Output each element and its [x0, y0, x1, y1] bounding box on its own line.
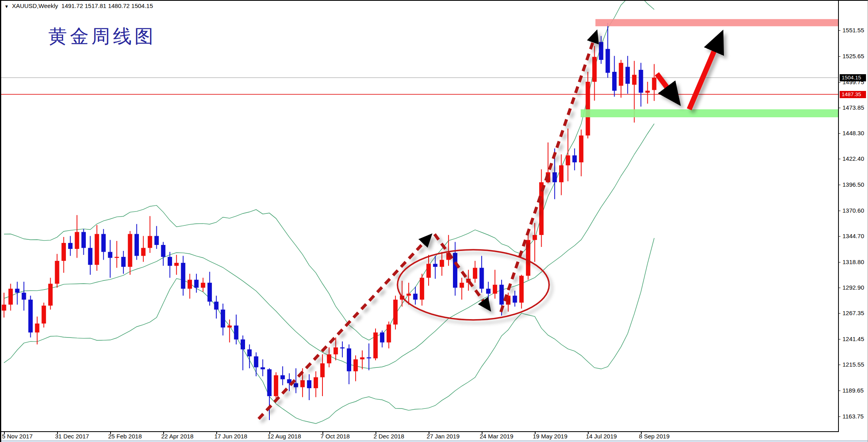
ohlc-high: 1517.81: [85, 2, 106, 9]
candle-bull: [566, 156, 570, 166]
candle-bear: [168, 257, 172, 266]
candle-bear: [552, 172, 557, 182]
trend-arrow-up-2[interactable]: [501, 41, 593, 312]
price-axis-label: 1551.55: [842, 27, 864, 34]
candle-bear: [612, 72, 617, 91]
candle-bull: [619, 63, 623, 86]
price-axis-label: 1267.35: [842, 310, 864, 316]
price-axis-label: 1241.45: [842, 335, 864, 342]
trend-arrow-up-1[interactable]: [259, 242, 424, 419]
time-axis-label: 22 Apr 2018: [161, 433, 194, 440]
candle-bull: [632, 75, 637, 85]
candle-bear: [68, 243, 73, 249]
price-tick: [838, 185, 840, 185]
candle-bear: [625, 67, 630, 84]
price-tick: [838, 30, 840, 31]
price-tick: [838, 339, 840, 339]
price-axis-label: 1292.90: [842, 284, 864, 291]
candle-bear: [161, 245, 166, 257]
candle-bull: [652, 78, 656, 90]
candle-bull: [115, 257, 119, 258]
candle-bull: [128, 234, 132, 267]
candle-bull: [35, 324, 40, 332]
candle-bear: [605, 49, 610, 73]
price-tick: [838, 391, 840, 391]
candle-bull: [55, 261, 59, 284]
chart-plot-area[interactable]: [1, 1, 838, 432]
candle-bear: [347, 348, 351, 371]
price-axis-line[interactable]: [838, 1, 839, 432]
candle-bull: [42, 306, 46, 324]
candle-bear: [194, 280, 199, 288]
impulse-arrow-down[interactable]: [657, 74, 668, 89]
candle-bear: [15, 289, 20, 293]
candle-bull: [493, 285, 497, 294]
candle-bull: [407, 294, 411, 296]
price-axis-label: 1189.65: [842, 387, 864, 394]
candle-bear: [81, 232, 86, 248]
candle-bull: [460, 283, 464, 288]
candle-bear: [499, 285, 504, 305]
candle-bear: [513, 296, 517, 302]
candle-bear: [572, 156, 577, 162]
price-tick: [838, 416, 840, 417]
candle-bear: [247, 349, 252, 356]
price-axis-label: 1163.75: [842, 413, 864, 420]
candle-bear: [134, 234, 139, 256]
bottom-scroll-strip[interactable]: [1, 440, 868, 442]
chart-header: ▼XAUUSD,Weekly 1491.72 1517.81 1480.72 1…: [4, 2, 153, 9]
price-axis-label: 1422.40: [842, 155, 864, 162]
impulse-arrow-up[interactable]: [689, 49, 715, 109]
candle-bear: [267, 369, 272, 396]
price-lines: [1, 78, 838, 95]
time-axis-label: 8 Sep 2019: [639, 433, 670, 440]
candle-bear: [599, 42, 603, 60]
candle-bull: [526, 240, 530, 276]
candle-bull: [174, 263, 179, 266]
candle-bear: [413, 294, 417, 300]
time-axis-label: 17 Jun 2018: [214, 433, 247, 440]
candle-bear: [433, 264, 437, 266]
symbol-label: XAUUSD,Weekly: [12, 2, 58, 9]
candle-bull: [188, 280, 192, 288]
price-tick: [838, 365, 840, 365]
candle-bull: [301, 380, 305, 387]
time-axis-label: 24 Mar 2019: [480, 433, 513, 440]
time-axis-line[interactable]: [1, 431, 838, 432]
candle-bull: [314, 377, 318, 388]
upper-band: [4, 1, 654, 340]
price-axis-label: 1396.50: [842, 181, 864, 188]
price-axis-label: 1473.85: [842, 104, 864, 111]
time-axis-label: 19 May 2019: [533, 433, 567, 440]
candle-bull: [327, 354, 331, 363]
time-axis-label: 14 Jul 2019: [586, 433, 617, 440]
candle-bull: [592, 57, 597, 82]
time-axis-label: 31 Dec 2017: [55, 433, 89, 440]
dropdown-icon[interactable]: ▼: [4, 4, 9, 9]
candle-bear: [380, 332, 384, 342]
candle-bull: [579, 136, 583, 162]
candle-bear: [221, 310, 225, 328]
candle-bull: [75, 232, 79, 249]
candle-bull: [533, 235, 537, 240]
candle-bull: [586, 82, 590, 136]
chart-title: 黄金周线图: [48, 24, 156, 49]
candle-bear: [367, 357, 371, 359]
candle-bull: [2, 305, 6, 311]
resistance-zone[interactable]: [595, 19, 838, 26]
time-axis-label: 2 Dec 2018: [374, 433, 404, 440]
price-axis-label: 1448.30: [842, 130, 864, 136]
candle-bull: [320, 363, 325, 377]
support-zone[interactable]: [581, 109, 838, 117]
time-axis-label: 5 Nov 2017: [2, 433, 33, 440]
time-axis-label: 12 Aug 2018: [267, 433, 301, 440]
candle-bull: [48, 284, 53, 306]
price-axis-label: 1370.60: [842, 207, 864, 214]
candle-bull: [427, 264, 431, 278]
price-tick: [838, 159, 840, 159]
bid-price-badge: 1487.35: [840, 91, 866, 98]
candle-bear: [28, 300, 33, 332]
candle-bull: [148, 236, 152, 248]
price-axis-label: 1344.70: [842, 233, 864, 239]
candle-bear: [234, 326, 238, 339]
